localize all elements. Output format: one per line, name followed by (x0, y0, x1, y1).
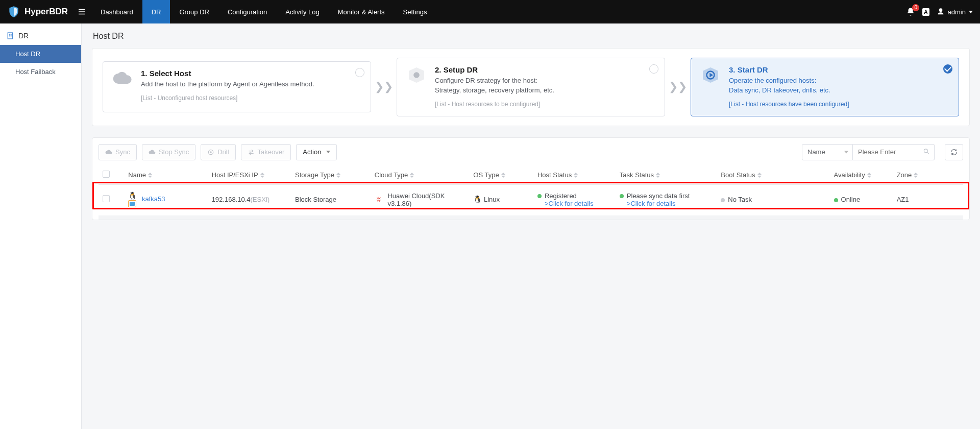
sidebar-item-host-dr[interactable]: Host DR (0, 45, 81, 63)
step-arrow-icon: ❯❯ (371, 80, 397, 93)
takeover-button[interactable]: Takeover (241, 144, 291, 160)
svg-rect-2 (11, 34, 12, 35)
cell-storage: Block Storage (291, 184, 371, 214)
host-status-details-link[interactable]: >Click for details (545, 200, 594, 207)
action-dropdown[interactable]: Action (296, 144, 337, 160)
select-all-checkbox[interactable] (103, 171, 110, 178)
huawei-icon (375, 196, 383, 204)
user-name: admin (948, 8, 966, 16)
search-input-wrap (853, 144, 935, 160)
language-badge[interactable]: A (922, 8, 929, 16)
cell-os: 🐧 Linux (469, 184, 533, 214)
page-title: Host DR (93, 32, 970, 41)
step-desc: Operate the configured hosts: Data sync,… (729, 76, 849, 96)
sidebar: DR Host DR Host Failback (0, 23, 82, 429)
status-dot-icon (620, 194, 624, 198)
main-content: Host DR 1. Select Host Add the host to t… (82, 23, 980, 429)
cell-task-status: Please sync data first >Click for detail… (616, 184, 717, 214)
sync-button[interactable]: Sync (99, 144, 137, 160)
table-header-row: Name Host IP/ESXi IP Storage Type Cloud … (99, 165, 963, 185)
step-start-dr[interactable]: 3. Start DR Operate the configured hosts… (691, 58, 959, 116)
status-dot-icon (537, 194, 542, 198)
status-dot-icon (721, 198, 725, 202)
step-select-host[interactable]: 1. Select Host Add the host to the platf… (103, 61, 371, 112)
task-status-details-link[interactable]: >Click for details (627, 200, 676, 207)
step-title: 2. Setup DR (435, 65, 554, 74)
stop-sync-button[interactable]: Stop Sync (142, 144, 195, 160)
cloud-icon (105, 149, 112, 156)
notification-icon[interactable]: 0 (906, 7, 915, 16)
linux-icon: 🐧 (128, 192, 137, 199)
nav-monitor[interactable]: Monitor & Alerts (329, 0, 394, 23)
filter-field-select[interactable]: Name (802, 144, 853, 160)
col-os[interactable]: OS Type (469, 165, 533, 185)
menu-toggle-icon[interactable] (77, 7, 86, 16)
row-checkbox[interactable] (103, 195, 110, 202)
nav-group-dr[interactable]: Group DR (170, 0, 218, 23)
host-name-link[interactable]: kafka53 (142, 195, 165, 203)
search-input[interactable] (858, 148, 919, 156)
step-hint: [List - Unconfigured host resources] (141, 94, 314, 102)
col-storage[interactable]: Storage Type (291, 165, 371, 185)
cloud-off-icon (149, 149, 156, 156)
cell-zone: AZ1 (893, 184, 963, 214)
notification-count: 0 (912, 4, 919, 11)
col-boot-status[interactable]: Boot Status (717, 165, 829, 185)
chevron-down-icon (844, 151, 848, 153)
col-ip[interactable]: Host IP/ESXi IP (208, 165, 291, 185)
col-cloud[interactable]: Cloud Type (371, 165, 470, 185)
user-icon (937, 8, 945, 16)
target-icon (207, 149, 214, 156)
refresh-button[interactable] (945, 144, 963, 160)
table-toolbar: Sync Stop Sync Drill Takeover Action (99, 144, 963, 160)
nav-dashboard[interactable]: Dashboard (91, 0, 142, 23)
sidebar-group-dr[interactable]: DR (0, 27, 81, 45)
user-menu[interactable]: admin (937, 8, 973, 16)
vm-icon (128, 200, 136, 207)
host-icon (111, 69, 134, 104)
search-icon[interactable] (923, 148, 930, 156)
cell-host-status: Registered >Click for details (533, 184, 616, 214)
col-host-status[interactable]: Host Status (533, 165, 616, 185)
nav-configuration[interactable]: Configuration (218, 0, 276, 23)
linux-icon: 🐧 (473, 195, 482, 203)
table-row[interactable]: 🐧 kafka53 192.168.10.4(ESXi) Block Stora… (99, 184, 963, 214)
col-availability[interactable]: Availability (830, 165, 893, 185)
host-type-icons: 🐧 (128, 192, 137, 207)
step-desc: Configure DR strategy for the host: Stra… (435, 76, 554, 96)
step-setup-dr[interactable]: 2. Setup DR Configure DR strategy for th… (397, 58, 665, 116)
shield-icon (7, 5, 20, 18)
play-box-icon (699, 65, 722, 108)
col-zone[interactable]: Zone (893, 165, 963, 185)
step-hint: [List - Host resources have been configu… (729, 101, 849, 108)
nav-dr[interactable]: DR (142, 0, 170, 23)
drill-button[interactable]: Drill (201, 144, 235, 160)
svg-point-8 (210, 151, 212, 153)
gear-box-icon (405, 65, 428, 108)
swap-icon (248, 149, 255, 156)
refresh-icon (950, 148, 958, 156)
sidebar-item-host-failback[interactable]: Host Failback (0, 63, 81, 81)
top-navbar: HyperBDR Dashboard DR Group DR Configura… (0, 0, 980, 23)
step-arrow-icon: ❯❯ (665, 80, 691, 93)
step-check-icon (649, 64, 658, 74)
building-icon (6, 32, 14, 40)
col-task-status[interactable]: Task Status (616, 165, 717, 185)
svg-point-5 (413, 72, 420, 78)
status-dot-icon (834, 198, 838, 202)
col-name[interactable]: Name (124, 165, 207, 185)
step-desc: Add the host to the platform by Agent or… (141, 80, 314, 89)
steps-container: 1. Select Host Add the host to the platf… (92, 48, 970, 126)
chevron-down-icon (969, 11, 973, 13)
nav-activity[interactable]: Activity Log (276, 0, 328, 23)
cell-boot-status: No Task (717, 184, 829, 214)
nav-settings[interactable]: Settings (394, 0, 436, 23)
step-hint: [List - Host resources to be configured] (435, 101, 554, 108)
cell-cloud: Huawei Cloud(SDK v3.1.86) (371, 184, 470, 214)
table-panel: Sync Stop Sync Drill Takeover Action (92, 137, 970, 220)
brand: HyperBDR (7, 5, 77, 18)
svg-rect-0 (8, 33, 12, 39)
svg-rect-1 (9, 34, 10, 35)
cell-ip: 192.168.10.4(ESXi) (208, 184, 291, 214)
step-title: 3. Start DR (729, 65, 849, 74)
